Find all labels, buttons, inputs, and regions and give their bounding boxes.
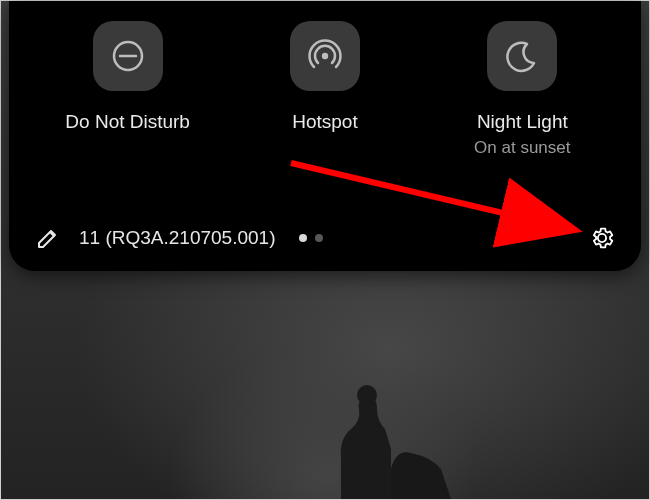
quick-settings-footer: 11 (RQ3A.210705.001) (9, 205, 641, 271)
dnd-icon (93, 21, 163, 91)
quick-settings-tiles-row: Do Not Disturb Hotspot (9, 21, 641, 158)
settings-icon[interactable] (589, 225, 615, 251)
tile-do-not-disturb[interactable]: Do Not Disturb (43, 21, 213, 134)
page-indicator[interactable] (299, 234, 323, 242)
tile-label: Hotspot (292, 111, 357, 134)
screen: Do Not Disturb Hotspot (0, 0, 650, 500)
page-dot-active (299, 234, 307, 242)
svg-point-0 (357, 385, 377, 405)
page-dot (315, 234, 323, 242)
quick-settings-panel[interactable]: Do Not Disturb Hotspot (9, 1, 641, 271)
tile-sublabel: On at sunset (474, 138, 570, 158)
tile-hotspot[interactable]: Hotspot (240, 21, 410, 134)
tile-label: Do Not Disturb (65, 111, 190, 134)
edit-icon[interactable] (35, 225, 61, 251)
svg-point-3 (322, 53, 328, 59)
wallpaper-silhouette (281, 349, 481, 499)
tile-label: Night Light (477, 111, 568, 134)
hotspot-icon (290, 21, 360, 91)
night-light-icon (487, 21, 557, 91)
build-text: 11 (RQ3A.210705.001) (79, 227, 275, 249)
tile-night-light[interactable]: Night Light On at sunset (437, 21, 607, 158)
